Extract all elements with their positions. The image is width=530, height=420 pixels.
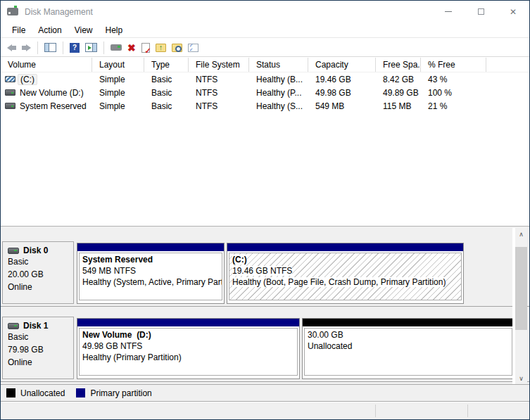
window-title: Disk Management (25, 7, 93, 17)
disk-icon (8, 323, 19, 329)
header-volume[interactable]: Volume (1, 58, 92, 72)
help-icon[interactable] (70, 43, 80, 53)
table-row[interactable]: System Reserved Simple Basic NTFS Health… (1, 99, 529, 113)
disk-0-row: Disk 0 Basic 20.00 GB Online System Rese… (1, 232, 529, 307)
cell-capacity: 19.46 GB (308, 75, 376, 84)
action-pane-icon[interactable] (85, 43, 97, 52)
close-icon (510, 7, 517, 17)
primary-partition-bar (77, 319, 299, 326)
table-row[interactable]: New Volume (D:) Simple Basic NTFS Health… (1, 86, 529, 99)
toolbar (1, 39, 529, 57)
volume-name: (C:) (18, 74, 37, 85)
disk-1-row: Disk 1 Basic 79.98 GB Online New Volume … (1, 307, 529, 382)
disk-icon (8, 248, 19, 254)
partition-status: Healthy (System, Active, Primary Part (82, 276, 219, 288)
delete-volume-icon[interactable] (127, 41, 136, 55)
disk-status: Online (8, 357, 73, 369)
header-pct-free[interactable]: % Free (421, 58, 486, 72)
status-divider (375, 405, 376, 417)
primary-partition-swatch-icon (76, 388, 85, 397)
unallocated-bar (303, 319, 514, 326)
header-type[interactable]: Type (144, 58, 189, 72)
close-button[interactable] (497, 1, 529, 23)
cell-free-space: 8.42 GB (376, 75, 421, 84)
cell-layout: Simple (92, 75, 144, 84)
scroll-down-icon[interactable] (515, 372, 527, 384)
menu-action[interactable]: Action (32, 23, 68, 37)
vertical-scrollbar[interactable] (515, 228, 527, 384)
disk-0-label-panel[interactable]: Disk 0 Basic 20.00 GB Online (2, 241, 74, 304)
cell-file-system: NTFS (189, 101, 249, 111)
disk-drive-icon (7, 8, 18, 15)
disk-status: Online (8, 281, 73, 293)
menu-help[interactable]: Help (99, 23, 130, 37)
legend-label: Unallocated (20, 388, 65, 398)
volume-list-header: Volume Layout Type File System Status Ca… (1, 58, 529, 72)
scroll-up-icon[interactable] (515, 228, 527, 240)
partition-system-reserved[interactable]: System Reserved 549 MB NTFS Healthy (Sys… (77, 243, 225, 304)
plain-volume-icon (5, 103, 15, 109)
disk-name: Disk 1 (23, 321, 48, 331)
primary-partition-bar (227, 243, 463, 251)
cell-capacity: 49.98 GB (308, 88, 376, 98)
menu-view[interactable]: View (68, 23, 99, 37)
status-divider (467, 405, 468, 417)
cell-status: Healthy (S... (249, 101, 308, 111)
partition-unallocated[interactable]: 30.00 GB Unallocated (302, 318, 515, 379)
volume-name: System Reserved (20, 101, 87, 111)
set-active-icon[interactable] (141, 43, 150, 53)
partition-name: (C:) (232, 255, 247, 265)
partition-size: 19.46 GB NTFS (232, 266, 292, 276)
view-options-icon[interactable] (188, 44, 198, 52)
striped-blue-volume-icon (5, 76, 15, 82)
console-tree-icon[interactable] (44, 43, 56, 52)
scrollbar-thumb[interactable] (515, 247, 527, 330)
partition-size: 49.98 GB NTFS (82, 341, 294, 352)
cell-pct-free: 21 % (421, 101, 486, 111)
cell-layout: Simple (92, 101, 144, 111)
cell-free-space: 49.89 GB (376, 88, 421, 98)
partition-status: Healthy (Primary Partition) (82, 352, 294, 363)
maximize-icon (478, 8, 484, 15)
header-capacity[interactable]: Capacity (308, 58, 376, 72)
explore-folder-icon[interactable] (172, 44, 182, 52)
disk-size: 79.98 GB (8, 344, 73, 356)
table-row[interactable]: (C:) Simple Basic NTFS Healthy (B... 19.… (1, 72, 529, 86)
menu-file[interactable]: File (6, 23, 32, 37)
status-bar (1, 402, 529, 419)
partition-status: Healthy (Boot, Page File, Crash Dump, Pr… (232, 277, 446, 287)
open-folder-icon[interactable] (156, 44, 166, 52)
header-layout[interactable]: Layout (92, 58, 144, 72)
cell-type: Basic (144, 88, 189, 98)
back-icon[interactable] (7, 41, 16, 55)
disk-0-partitions: System Reserved 549 MB NTFS Healthy (Sys… (77, 243, 512, 305)
cell-free-space: 115 MB (376, 101, 421, 111)
maximize-button[interactable] (465, 1, 497, 23)
forward-icon[interactable] (22, 41, 31, 55)
device-properties-icon[interactable] (111, 44, 122, 51)
disk-graph-view: Disk 0 Basic 20.00 GB Online System Rese… (1, 228, 529, 384)
header-free-space[interactable]: Free Spa... (376, 58, 421, 72)
disk-1-partitions: New Volume (D:) 49.98 GB NTFS Healthy (P… (77, 318, 512, 380)
minimize-button[interactable] (432, 1, 465, 23)
disk-name: Disk 0 (23, 246, 48, 255)
cell-file-system: NTFS (189, 88, 249, 98)
title-bar: Disk Management (1, 1, 529, 23)
partition-size: 30.00 GB (308, 329, 509, 341)
cell-capacity: 549 MB (308, 101, 376, 111)
primary-partition-bar (77, 243, 224, 251)
partition-new-volume-d[interactable]: New Volume (D:) 49.98 GB NTFS Healthy (P… (77, 318, 300, 379)
partition-c-selected[interactable]: (C:) 19.46 GB NTFS Healthy (Boot, Page F… (227, 243, 464, 304)
partition-size: 549 MB NTFS (82, 265, 219, 276)
toolbar-separator (63, 42, 63, 54)
partition-name: System Reserved (82, 254, 219, 265)
cell-file-system: NTFS (189, 75, 249, 84)
legend-label: Primary partition (90, 388, 151, 398)
header-file-system[interactable]: File System (189, 58, 249, 72)
disk-type: Basic (8, 256, 73, 268)
header-status[interactable]: Status (249, 58, 308, 72)
toolbar-separator (103, 42, 104, 54)
cell-type: Basic (144, 75, 189, 84)
disk-1-label-panel[interactable]: Disk 1 Basic 79.98 GB Online (2, 317, 74, 379)
cell-status: Healthy (P... (249, 88, 308, 98)
